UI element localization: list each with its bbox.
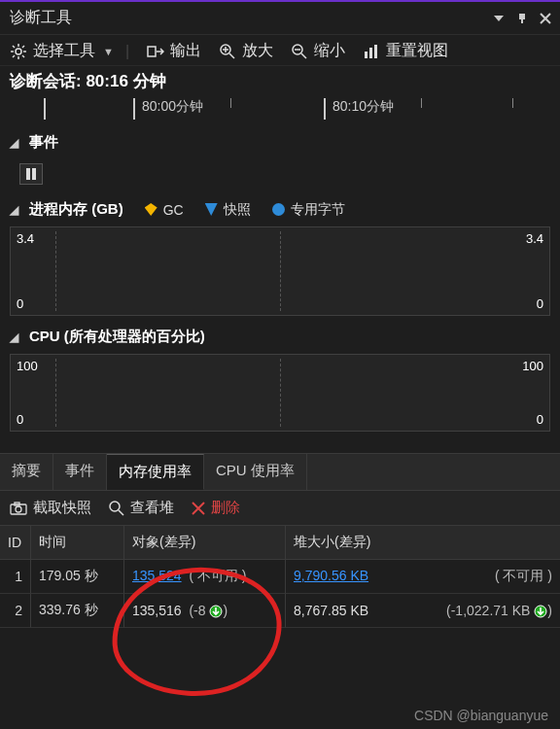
output-button[interactable]: 输出 — [147, 41, 201, 61]
col-heap[interactable]: 堆大小(差异) — [286, 526, 560, 560]
delete-button[interactable]: 删除 — [192, 499, 240, 517]
zoom-out-button[interactable]: 缩小 — [291, 41, 345, 61]
usage-tabs: 摘要 事件 内存使用率 CPU 使用率 截取快照 查看堆 删除 — [0, 453, 560, 628]
y-axis-min-r: 0 — [537, 412, 543, 427]
table-row[interactable]: 2 339.76 秒 135,516 (-8 ) 8,767.85 KB (-1… — [0, 594, 560, 628]
cell-heap: 9,790.56 KB ( 不可用 ) — [286, 560, 560, 594]
cell-objects: 135,524 ( 不可用 ) — [124, 560, 286, 594]
snapshot-toolbar: 截取快照 查看堆 删除 — [0, 491, 560, 526]
col-id[interactable]: ID — [0, 526, 31, 560]
zoom-in-button[interactable]: 放大 — [219, 41, 273, 61]
select-tool-button[interactable]: 选择工具 ▼ | — [10, 41, 129, 61]
bars-icon — [363, 43, 380, 60]
x-icon — [192, 502, 205, 515]
pause-button[interactable] — [19, 163, 43, 185]
y-axis-min: 0 — [17, 412, 23, 427]
cpu-title: CPU (所有处理器的百分比) — [29, 328, 205, 346]
svg-line-8 — [22, 55, 24, 57]
timeline-ruler[interactable]: 80:00分钟 80:10分钟 — [8, 98, 552, 125]
svg-rect-22 — [26, 168, 30, 180]
take-snapshot-button[interactable]: 截取快照 — [10, 499, 91, 517]
toolbar: 选择工具 ▼ | 输出 放大 缩小 重置视图 — [0, 35, 560, 66]
take-snapshot-label: 截取快照 — [33, 499, 91, 517]
gc-marker-icon — [145, 203, 158, 216]
objects-diff: ( 不可用 ) — [189, 568, 246, 583]
view-heap-label: 查看堆 — [130, 499, 174, 517]
svg-rect-11 — [148, 47, 156, 56]
cell-objects: 135,516 (-8 ) — [124, 594, 286, 628]
collapse-icon: ◢ — [10, 136, 19, 150]
table-header-row: ID 时间 对象(差异) 堆大小(差异) — [0, 526, 560, 560]
zoom-out-icon — [291, 43, 308, 60]
svg-line-9 — [22, 46, 24, 48]
svg-rect-19 — [365, 52, 368, 58]
y-axis-max-r: 3.4 — [526, 231, 543, 246]
legend-snapshot: 快照 — [205, 201, 251, 219]
view-heap-button[interactable]: 查看堆 — [109, 499, 174, 517]
svg-rect-20 — [369, 48, 372, 58]
memory-title: 进程内存 (GB) — [29, 200, 123, 219]
arrow-down-icon — [534, 605, 547, 618]
legend-private-bytes: 专用字节 — [272, 201, 345, 219]
svg-line-28 — [119, 510, 123, 515]
objects-count: 135,516 — [132, 603, 182, 618]
snapshot-marker-icon — [205, 203, 218, 216]
output-icon — [147, 43, 164, 60]
tab-memory-usage[interactable]: 内存使用率 — [107, 454, 204, 490]
pin-icon[interactable] — [515, 12, 529, 25]
svg-point-2 — [16, 49, 21, 54]
reset-view-label: 重置视图 — [386, 41, 448, 61]
table-row[interactable]: 1 179.05 秒 135,524 ( 不可用 ) 9,790.56 KB (… — [0, 560, 560, 594]
gear-icon — [10, 43, 27, 60]
collapse-icon: ◢ — [10, 203, 19, 217]
objects-diff: (-8 ) — [189, 603, 228, 618]
heap-diff: ( 不可用 ) — [495, 568, 552, 585]
events-title: 事件 — [29, 133, 58, 152]
svg-point-27 — [110, 502, 120, 511]
heap-size: 8,767.85 KB — [294, 603, 368, 618]
cell-time: 339.76 秒 — [31, 594, 124, 628]
svg-line-17 — [301, 53, 306, 58]
caret-down-icon: ▼ — [103, 46, 114, 57]
delete-label: 删除 — [211, 499, 240, 517]
cpu-section: ◢ CPU (所有处理器的百分比) 100 100 0 0 — [6, 322, 554, 432]
svg-rect-0 — [519, 14, 525, 19]
heap-link[interactable]: 9,790.56 KB — [294, 568, 368, 583]
cell-time: 179.05 秒 — [31, 560, 124, 594]
y-axis-min: 0 — [17, 296, 23, 311]
tab-summary[interactable]: 摘要 — [0, 454, 53, 490]
session-label: 诊断会话: 80:16 分钟 — [0, 66, 560, 98]
cell-heap: 8,767.85 KB (-1,022.71 KB ) — [286, 594, 560, 628]
memory-chart[interactable]: 3.4 3.4 0 0 — [10, 226, 550, 316]
cell-id: 1 — [0, 560, 31, 594]
svg-line-13 — [229, 53, 234, 58]
svg-rect-23 — [32, 168, 36, 180]
svg-line-10 — [13, 55, 15, 57]
window-title: 诊断工具 — [10, 8, 72, 28]
memory-header[interactable]: ◢ 进程内存 (GB) GC 快照 专用字节 — [6, 194, 554, 225]
tab-cpu-usage[interactable]: CPU 使用率 — [204, 454, 307, 490]
cell-id: 2 — [0, 594, 31, 628]
col-objects[interactable]: 对象(差异) — [124, 526, 286, 560]
objects-link[interactable]: 135,524 — [132, 568, 182, 583]
select-tool-label: 选择工具 — [33, 41, 95, 61]
close-icon[interactable] — [539, 12, 552, 25]
cpu-header[interactable]: ◢ CPU (所有处理器的百分比) — [6, 322, 554, 352]
titlebar: 诊断工具 — [0, 2, 560, 35]
cpu-chart[interactable]: 100 100 0 0 — [10, 354, 550, 432]
ruler-tick: 80:00分钟 — [134, 98, 195, 116]
output-label: 输出 — [170, 41, 201, 61]
y-axis-max: 100 — [17, 359, 38, 373]
svg-point-25 — [16, 506, 21, 512]
tab-events[interactable]: 事件 — [53, 454, 107, 490]
window-menu-icon[interactable] — [492, 12, 506, 25]
col-time[interactable]: 时间 — [31, 526, 124, 560]
y-axis-max-r: 100 — [522, 359, 543, 373]
memory-section: ◢ 进程内存 (GB) GC 快照 专用字节 3.4 3.4 0 0 — [6, 194, 554, 316]
legend-gc: GC — [145, 202, 184, 218]
events-header[interactable]: ◢ 事件 — [6, 127, 554, 157]
svg-line-7 — [13, 46, 15, 48]
search-icon — [109, 501, 124, 516]
zoom-out-label: 缩小 — [314, 41, 345, 61]
reset-view-button[interactable]: 重置视图 — [363, 41, 448, 61]
